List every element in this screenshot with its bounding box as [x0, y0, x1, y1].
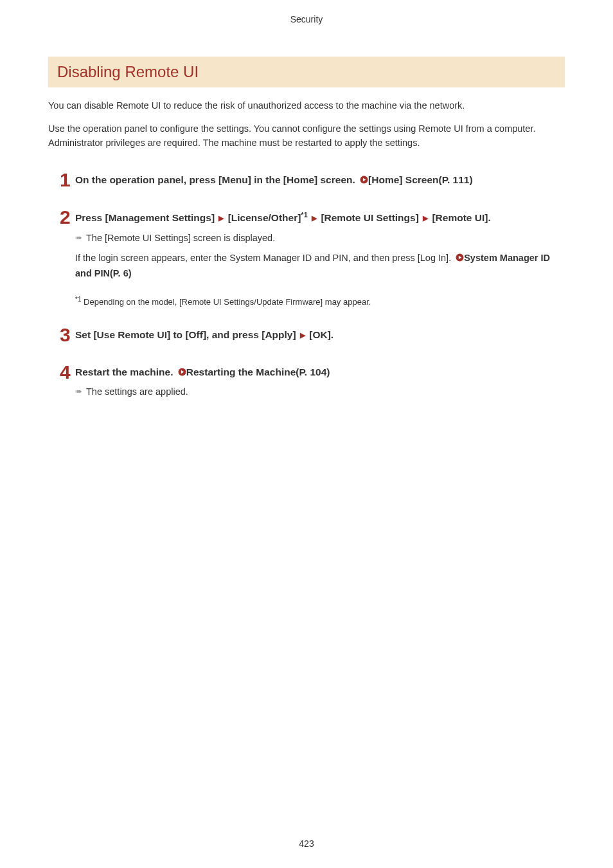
step2-text-b: [License/Other] — [225, 212, 301, 223]
link-icon — [456, 252, 464, 266]
step-body-4: Restart the machine. Restarting the Mach… — [75, 363, 565, 397]
link-icon — [178, 366, 186, 380]
step2-bullet-text: The [Remote UI Settings] screen is displ… — [86, 233, 275, 243]
intro-paragraph-2: Use the operation panel to configure the… — [48, 122, 565, 136]
step2-note-text: If the login screen appears, enter the S… — [75, 253, 454, 263]
step2-text-d: [Remote UI]. — [429, 212, 491, 223]
steps-list: 1 On the operation panel, press [Menu] i… — [48, 159, 565, 397]
triangle-separator-icon: ▶ — [422, 214, 429, 222]
step-title-2: Press [Management Settings] ▶ [License/O… — [75, 210, 565, 226]
title-bar: Disabling Remote UI — [48, 57, 565, 87]
step3-text-b: [OK]. — [306, 329, 333, 340]
page-title: Disabling Remote UI — [57, 63, 556, 81]
triangle-separator-icon: ▶ — [217, 214, 225, 222]
step-body-2: Press [Management Settings] ▶ [License/O… — [75, 208, 565, 307]
step-number-3: 3 — [48, 325, 75, 345]
step2-note: If the login screen appears, enter the S… — [75, 251, 565, 280]
page-header: Security — [0, 0, 613, 57]
step2-text-a: Press [Management Settings] — [75, 212, 217, 223]
step2-footnote: *1 Depending on the model, [Remote UI Se… — [75, 296, 565, 307]
link-home-screen[interactable]: [Home] Screen(P. 111) — [368, 174, 473, 185]
page-number: 423 — [0, 838, 613, 849]
step-title-3: Set [Use Remote UI] to [Off], and press … — [75, 327, 565, 343]
step4-bullet-text: The settings are applied. — [86, 386, 188, 397]
intro-paragraph-3: Administrator privileges are required. T… — [48, 136, 565, 150]
intro-paragraph-1: You can disable Remote UI to reduce the … — [48, 99, 565, 113]
step-1: 1 On the operation panel, press [Menu] i… — [48, 170, 565, 190]
triangle-separator-icon: ▶ — [310, 214, 318, 222]
step2-sup: *1 — [301, 211, 307, 219]
step2-text-c: [Remote UI Settings] — [318, 212, 422, 223]
triangle-separator-icon: ▶ — [299, 331, 306, 339]
step4-bullet: ➠ The settings are applied. — [75, 386, 565, 397]
result-arrow-icon: ➠ — [75, 233, 82, 242]
step4-text: Restart the machine. — [75, 366, 176, 377]
step2-bullet: ➠ The [Remote UI Settings] screen is dis… — [75, 233, 565, 243]
page-container: Disabling Remote UI You can disable Remo… — [0, 57, 613, 397]
step-title-4: Restart the machine. Restarting the Mach… — [75, 365, 565, 381]
footnote-text: Depending on the model, [Remote UI Setti… — [81, 298, 371, 307]
step-number-4: 4 — [48, 363, 75, 382]
step1-text: On the operation panel, press [Menu] in … — [75, 174, 358, 185]
step-2: 2 Press [Management Settings] ▶ [License… — [48, 208, 565, 307]
step-body-1: On the operation panel, press [Menu] in … — [75, 170, 565, 188]
link-restarting-machine[interactable]: Restarting the Machine(P. 104) — [186, 366, 330, 377]
step-body-3: Set [Use Remote UI] to [Off], and press … — [75, 325, 565, 343]
step-4: 4 Restart the machine. Restarting the Ma… — [48, 363, 565, 397]
link-icon — [360, 174, 368, 188]
step-title-1: On the operation panel, press [Menu] in … — [75, 172, 565, 188]
step-number-1: 1 — [48, 170, 75, 190]
step3-text-a: Set [Use Remote UI] to [Off], and press … — [75, 329, 299, 340]
step-number-2: 2 — [48, 208, 75, 227]
result-arrow-icon: ➠ — [75, 386, 82, 396]
step-3: 3 Set [Use Remote UI] to [Off], and pres… — [48, 325, 565, 345]
